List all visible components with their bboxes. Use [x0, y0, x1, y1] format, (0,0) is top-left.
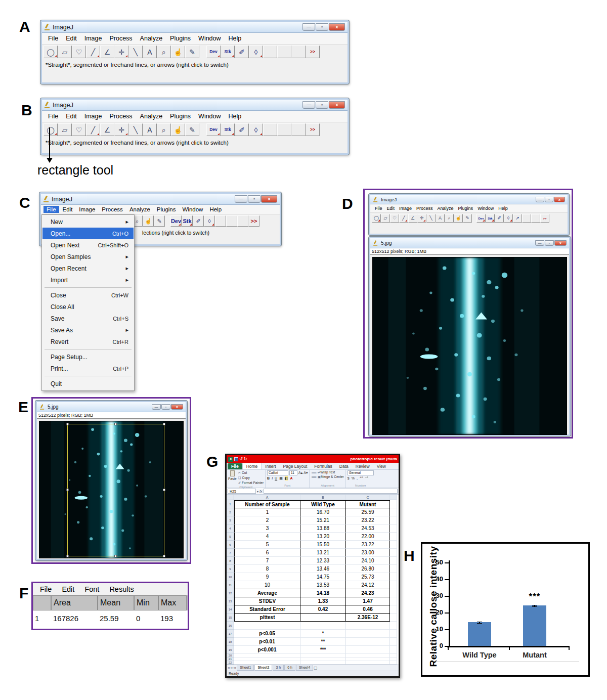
menu-item-close[interactable]: CloseCtrl+W [42, 289, 134, 301]
menu-file[interactable]: File [45, 112, 62, 121]
name-box-dropdown-icon[interactable]: ▾ [257, 490, 258, 493]
polygon-tool[interactable]: ▱ [58, 123, 72, 136]
line-tool[interactable]: ╱ [399, 214, 408, 223]
row-header-15[interactable]: 15 [227, 614, 234, 622]
currency-format-button[interactable]: $ [348, 476, 350, 480]
cell-B11[interactable]: 13.53 [300, 581, 346, 589]
menu-plugins[interactable]: Plugins [154, 206, 179, 213]
ribbon-tab-view[interactable]: View [373, 463, 389, 469]
selection-handle[interactable] [66, 555, 69, 557]
arrow-tool[interactable]: ↗ [513, 214, 522, 223]
cell-A19[interactable]: p<0.001 [234, 646, 300, 654]
maximize-button[interactable]: ▫ [316, 101, 328, 109]
menu-item-new[interactable]: New▸ [42, 216, 134, 228]
close-button[interactable]: x [554, 197, 565, 202]
menu-results[interactable]: Results [105, 585, 138, 594]
menu-item-print[interactable]: Print...Ctrl+P [42, 363, 134, 374]
menu-plugins[interactable]: Plugins [166, 112, 194, 121]
hand-tool[interactable]: ☝ [454, 214, 463, 223]
cell-C6[interactable]: 23.22 [346, 541, 390, 549]
bucket-tool[interactable]: ◊ [504, 214, 513, 223]
cell-B13[interactable]: 1.33 [300, 597, 346, 605]
cell-A2[interactable]: 1 [234, 508, 300, 516]
row-header-2[interactable]: 2 [227, 508, 234, 516]
row-header-18[interactable]: 18 [227, 638, 234, 646]
close-button[interactable]: x [554, 240, 567, 246]
cell-C4[interactable]: 24.53 [346, 524, 390, 533]
sheet-nav-first-icon[interactable]: « [228, 666, 230, 670]
sheet-nav-prev-icon[interactable]: ‹ [230, 666, 232, 670]
formula-input[interactable] [264, 489, 398, 494]
row-header-6[interactable]: 6 [227, 541, 234, 549]
menu-window[interactable]: Window [195, 34, 224, 43]
maximize-button[interactable]: ▫ [248, 195, 261, 203]
menu-image[interactable]: Image [76, 206, 98, 213]
italic-button[interactable]: I [272, 476, 273, 480]
zoom-tool[interactable]: ⌕ [157, 123, 171, 136]
menu-process[interactable]: Process [106, 34, 136, 43]
menu-help[interactable]: Help [225, 34, 245, 43]
minimize-button[interactable]: — [235, 195, 247, 203]
menu-file[interactable]: File [373, 205, 384, 211]
dropper-tool[interactable]: ✎ [154, 215, 165, 227]
wrap-text-button[interactable]: ⇌Wrap Text [318, 470, 335, 474]
cell-C3[interactable]: 23.22 [346, 516, 390, 524]
cell-C2[interactable]: 25.59 [346, 508, 390, 516]
shrink-font-button[interactable]: A▾ [304, 470, 308, 475]
dev-menu-tool[interactable]: Dev [170, 215, 182, 227]
cell-C12[interactable]: 24.23 [346, 589, 390, 597]
text-tool[interactable]: A [143, 46, 157, 58]
cell-C22[interactable] [346, 661, 390, 665]
ribbon-tab-insert[interactable]: Insert [262, 463, 279, 469]
title-bar[interactable]: ImageJ — ▫ x [42, 22, 348, 33]
menu-image[interactable]: Image [397, 205, 414, 211]
cell-A17[interactable]: p<0.05 [234, 630, 300, 638]
menu-analyze[interactable]: Analyze [436, 205, 456, 211]
dev-menu-tool[interactable]: Dev [206, 123, 221, 136]
dropper-tool[interactable]: ✎ [185, 46, 199, 58]
cell-C13[interactable]: 1.47 [346, 597, 390, 605]
maximize-button[interactable]: ▫ [316, 23, 328, 31]
row-header-17[interactable]: 17 [227, 630, 234, 638]
cell-B5[interactable]: 13.20 [300, 533, 346, 541]
sheet-tab-sheet1[interactable]: Sheet1 [237, 665, 254, 671]
decrease-decimal-button[interactable]: ⁻⁰ [365, 476, 368, 480]
polygon-tool[interactable]: ▱ [381, 214, 390, 223]
cell-C7[interactable]: 23.00 [346, 549, 390, 557]
redo-icon[interactable]: ↻ [244, 457, 247, 461]
angle-tool[interactable]: ∠ [408, 214, 417, 223]
cell-C18[interactable] [346, 638, 390, 646]
cell-C17[interactable] [346, 630, 390, 638]
line-tool[interactable]: ╱ [86, 123, 100, 136]
menu-window[interactable]: Window [180, 206, 206, 213]
row-header-21[interactable]: 21 [227, 658, 234, 661]
menu-analyze[interactable]: Analyze [137, 34, 166, 43]
brush-tool[interactable]: ✐ [495, 214, 504, 223]
menu-analyze[interactable]: Analyze [126, 206, 153, 213]
cell-A16[interactable] [234, 622, 300, 630]
cell-B21[interactable] [300, 658, 346, 661]
menu-window[interactable]: Window [195, 112, 224, 121]
column-header-c[interactable]: C [346, 495, 390, 500]
bucket-tool[interactable]: ◊ [249, 123, 263, 136]
cell-B12[interactable]: 14.18 [300, 589, 346, 597]
stk-menu-tool[interactable]: Stk [486, 214, 495, 223]
cell-B6[interactable]: 15.50 [300, 541, 346, 549]
cell-B15[interactable] [300, 614, 346, 622]
cell-A8[interactable]: 7 [234, 557, 300, 565]
increase-decimal-button[interactable]: ⁺⁰ [360, 476, 363, 480]
cell-C1[interactable]: Mutant [346, 500, 390, 508]
cell-A5[interactable]: 4 [234, 533, 300, 541]
cell-A13[interactable]: STDEV [234, 597, 300, 605]
ribbon-tab-home[interactable]: Home [242, 463, 262, 469]
cell-C16[interactable] [346, 622, 390, 630]
menu-item-close-all[interactable]: Close All [42, 301, 134, 313]
brush-tool[interactable]: ✐ [235, 46, 249, 58]
cell-C14[interactable]: 0.46 [346, 605, 390, 614]
copy-button[interactable]: ❏Copy [238, 475, 264, 480]
close-button[interactable]: x [329, 101, 345, 109]
menu-analyze[interactable]: Analyze [137, 112, 166, 121]
cell-C19[interactable] [346, 646, 390, 654]
cell-C20[interactable] [346, 654, 390, 658]
rectangle-selection[interactable] [67, 424, 164, 556]
